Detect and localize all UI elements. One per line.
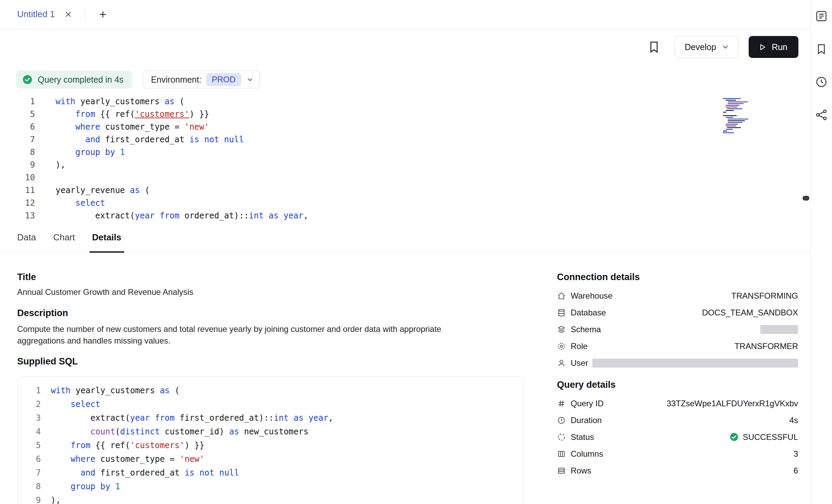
tab-details[interactable]: Details — [92, 222, 121, 252]
row-label: Query ID — [571, 399, 604, 408]
success-check-icon — [729, 432, 739, 442]
line-number: 12 — [0, 197, 35, 209]
code-line: 1with yearly_customers as ( — [17, 384, 523, 397]
tab-untitled-1[interactable]: Untitled 1 — [17, 9, 73, 20]
bookmark-rail-icon[interactable] — [815, 43, 828, 56]
status-text: SUCCESSFUL — [743, 432, 798, 442]
lineage-icon[interactable] — [815, 108, 828, 121]
row-label: Duration — [571, 416, 602, 425]
minimap[interactable] — [721, 97, 760, 134]
environment-label: Environment: — [151, 75, 201, 85]
query-status-text: Query completed in 4s — [38, 75, 123, 85]
line-number: 9 — [17, 493, 41, 504]
query-details-heading: Query details — [557, 380, 798, 390]
line-number: 8 — [17, 480, 41, 493]
tab-bar: Untitled 1 — [0, 0, 810, 29]
right-icon-rail — [810, 0, 832, 504]
editor-lines: 1with yearly_customers as (5 from {{ ref… — [0, 95, 810, 222]
history-icon[interactable] — [815, 75, 828, 88]
code-line: 2 select — [17, 397, 523, 411]
line-number: 2 — [17, 397, 41, 411]
code-line: 4 count(distinct customer_id) as new_cus… — [17, 425, 523, 439]
chevron-down-icon — [246, 75, 254, 84]
code-line: 9), — [0, 159, 810, 171]
row-label: User — [571, 358, 588, 368]
title-heading: Title — [17, 272, 523, 283]
code-line: 5 from {{ ref('customers') }} — [17, 439, 523, 452]
user-icon — [557, 359, 566, 368]
row-label: Rows — [571, 466, 591, 476]
row-label: Warehouse — [571, 291, 613, 301]
line-number: 7 — [17, 466, 41, 480]
line-number: 7 — [0, 133, 35, 146]
rows-value: 6 — [794, 466, 798, 476]
database-icon — [557, 308, 566, 317]
close-tab-icon[interactable] — [64, 10, 73, 19]
environment-selector[interactable]: Environment: PROD — [143, 71, 260, 88]
description-heading: Description — [17, 308, 523, 319]
status-value: SUCCESSFUL — [729, 432, 798, 442]
code-line: 11yearly_revenue as ( — [0, 184, 810, 197]
code-line: 9), — [17, 493, 523, 504]
columns-icon — [557, 449, 566, 458]
description-value: Compute the number of new customers and … — [17, 323, 484, 347]
results-tabs: Data Chart Details — [0, 222, 810, 253]
line-number: 5 — [17, 439, 41, 452]
tab-chart-label: Chart — [53, 232, 75, 243]
query-row-id: Query ID 33TZseWpe1ALFDUYerxR1gVKxbv — [557, 395, 798, 412]
clock-icon — [557, 416, 566, 425]
bookmark-icon[interactable] — [647, 40, 661, 54]
editor-panel-icon[interactable] — [815, 10, 828, 23]
sql-editor[interactable]: 1with yearly_customers as (5 from {{ ref… — [0, 95, 810, 222]
environment-value-badge: PROD — [206, 73, 241, 86]
play-icon — [758, 43, 767, 52]
line-number: 13 — [0, 209, 35, 222]
query-row-duration: Duration 4s — [557, 412, 798, 429]
connection-row-schema: Schema — [557, 321, 798, 338]
hash-icon — [557, 399, 566, 408]
tab-title: Untitled 1 — [17, 9, 55, 20]
details-right-column: Connection details Warehouse TRANSFORMIN… — [557, 272, 798, 504]
code-line: 12 select — [0, 197, 810, 209]
editor-scrollbar-thumb[interactable] — [803, 196, 809, 201]
query-row-columns: Columns 3 — [557, 445, 798, 462]
tab-data[interactable]: Data — [17, 222, 36, 252]
toolbar: Develop Run — [0, 29, 810, 65]
code-line: 10 — [0, 171, 810, 184]
check-circle-icon — [22, 74, 33, 85]
query-row-status: Status SUCCESSFUL — [557, 429, 798, 445]
supplied-sql-code-block: 1with yearly_customers as (2 select3 ext… — [17, 376, 523, 504]
code-line: 3 extract(year from first_ordered_at)::i… — [17, 411, 523, 425]
connection-row-database: Database DOCS_TEAM_SANDBOX — [557, 304, 798, 321]
run-button[interactable]: Run — [749, 36, 798, 58]
role-icon — [557, 342, 566, 351]
connection-row-user: User — [557, 355, 798, 371]
query-status-pill: Query completed in 4s — [16, 71, 132, 88]
row-label: Status — [571, 432, 594, 442]
code-line: 8 group by 1 — [0, 146, 810, 159]
connection-row-warehouse: Warehouse TRANSFORMING — [557, 287, 798, 304]
details-panel: Title Annual Customer Growth and Revenue… — [0, 253, 810, 504]
warehouse-value: TRANSFORMING — [731, 291, 798, 301]
line-number: 10 — [0, 171, 35, 184]
connection-details-heading: Connection details — [557, 272, 798, 283]
main-area: Untitled 1 Develop Run — [0, 0, 810, 504]
role-value: TRANSFORMER — [735, 341, 798, 351]
line-number: 9 — [0, 159, 35, 171]
line-number: 1 — [17, 384, 41, 397]
tab-divider — [85, 7, 85, 22]
line-number: 3 — [17, 411, 41, 425]
new-tab-icon[interactable] — [98, 9, 108, 20]
develop-button[interactable]: Develop — [675, 36, 738, 58]
line-number: 5 — [0, 108, 35, 121]
query-row-rows: Rows 6 — [557, 462, 798, 479]
line-number: 1 — [0, 95, 35, 108]
tab-chart[interactable]: Chart — [53, 222, 75, 252]
code-line: 7 and first_ordered_at is not null — [0, 133, 810, 146]
row-label: Role — [571, 341, 587, 351]
run-button-label: Run — [772, 42, 787, 52]
query-id-value: 33TZseWpe1ALFDUYerxR1gVKxbv — [667, 399, 798, 408]
warehouse-icon — [557, 291, 566, 300]
schema-redacted-value — [760, 325, 798, 334]
user-redacted-value — [592, 359, 798, 368]
